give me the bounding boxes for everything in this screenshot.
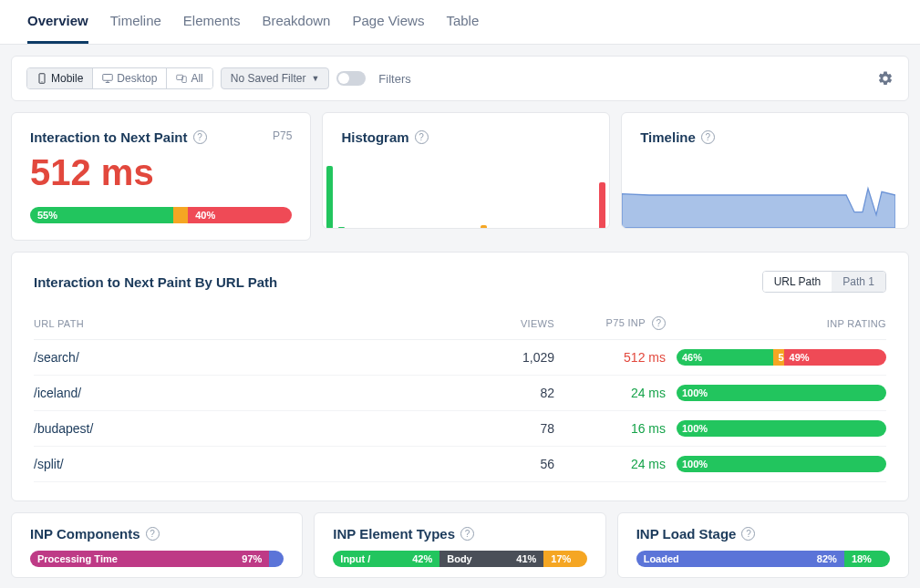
histogram-bar [481,225,487,228]
svg-point-1 [41,81,42,82]
help-icon[interactable]: ? [193,130,207,144]
col-p75-inp: P75 INP ? [565,316,666,330]
seg-path-1[interactable]: Path 1 [832,272,885,292]
device-all[interactable]: All [166,68,212,88]
timeline-chart [622,162,895,228]
chevron-down-icon: ▼ [311,74,319,83]
saved-filter-select[interactable]: No Saved Filter ▼ [221,67,330,89]
timeline-card: Timeline ? [621,112,909,229]
row-inp: 24 ms [565,386,666,400]
inp-main-bar: 55%40% [30,207,292,223]
histogram-bar [599,182,605,228]
row-rating-bar: 46%5%49% [677,349,886,366]
row-inp: 16 ms [565,421,666,436]
table-row[interactable]: /search/1,029512 ms46%5%49% [34,340,886,376]
row-rating-bar: 100% [677,456,886,472]
row-rating-bar: 100% [677,420,886,437]
tab-table[interactable]: Table [446,7,479,44]
bottom-bar: Input /42%Body41%17% [333,551,586,567]
row-views: 82 [454,386,554,400]
seg-url-path[interactable]: URL Path [763,272,832,292]
table-row[interactable]: /budapest/7816 ms100% [34,411,886,447]
table-row[interactable]: /split/5624 ms100% [34,447,886,482]
help-icon[interactable]: ? [652,316,666,330]
tab-timeline[interactable]: Timeline [110,7,161,44]
saved-filter-label: No Saved Filter [231,72,306,85]
bottom-card-title: INP Components [30,526,140,542]
help-icon[interactable]: ? [146,527,160,541]
desktop-icon [102,73,113,84]
histogram-card: Histogram ? [322,112,610,229]
row-views: 1,029 [454,350,554,365]
histogram-title: Histogram [341,129,408,145]
inp-main-card: Interaction to Next Paint ? P75 512 ms 5… [11,112,311,241]
url-seg: URL Path Path 1 [762,271,886,293]
histogram-bar [326,166,333,228]
dual-icon [176,73,187,84]
filter-toolbar: Mobile Desktop All No Saved Filter ▼ Fil… [11,56,909,101]
tab-bar: Overview Timeline Elements Breakdown Pag… [0,0,920,45]
inp-main-title: Interaction to Next Paint [30,129,188,145]
row-views: 78 [454,421,554,436]
bottom-card-title: INP Element Types [333,526,455,542]
svg-rect-2 [103,75,113,81]
help-icon[interactable]: ? [415,130,429,144]
device-mobile-label: Mobile [51,72,83,85]
gear-icon[interactable] [877,70,894,87]
filters-label: Filters [378,72,410,86]
row-rating-bar: 100% [677,385,886,401]
help-icon[interactable]: ? [460,527,474,541]
tab-breakdown[interactable]: Breakdown [262,7,330,44]
bottom-card: INP Components?Processing Time97% [11,512,303,578]
histogram-chart [323,162,609,228]
mobile-icon [36,73,47,84]
help-icon[interactable]: ? [741,527,755,541]
device-all-label: All [191,72,202,85]
bottom-card: INP Load Stage?Loaded82%18% [617,512,909,578]
url-table-title: Interaction to Next Paint By URL Path [34,274,277,290]
bottom-card-title: INP Load Stage [636,526,737,542]
col-url-path: URL PATH [34,318,443,329]
tab-page-views[interactable]: Page Views [352,7,424,44]
p75-badge: P75 [273,129,292,142]
row-views: 56 [454,457,554,471]
row-inp: 512 ms [565,350,666,365]
filters-toggle[interactable] [336,71,366,86]
table-row[interactable]: /iceland/8224 ms100% [34,376,886,411]
bottom-bar: Loaded82%18% [636,551,890,567]
device-desktop[interactable]: Desktop [92,68,166,88]
col-p75-inp-label: P75 INP [606,317,646,328]
row-path: /budapest/ [34,421,443,436]
device-segment: Mobile Desktop All [26,67,213,89]
col-inp-rating: INP RATING [677,318,886,329]
row-path: /split/ [34,457,443,471]
histogram-bar [338,227,345,228]
inp-main-value: 512 ms [30,154,292,191]
bottom-bar: Processing Time97% [30,551,284,567]
col-views: VIEWS [454,318,554,329]
timeline-title: Timeline [640,129,696,145]
row-inp: 24 ms [565,457,666,471]
inp-url-table-card: Interaction to Next Paint By URL Path UR… [11,252,909,501]
device-desktop-label: Desktop [117,72,157,85]
tab-elements[interactable]: Elements [183,7,241,44]
bottom-card: INP Element Types?Input /42%Body41%17% [314,512,605,578]
device-mobile[interactable]: Mobile [27,68,92,88]
row-path: /iceland/ [34,386,443,400]
tab-overview[interactable]: Overview [27,7,88,44]
help-icon[interactable]: ? [701,130,715,144]
row-path: /search/ [34,350,443,365]
